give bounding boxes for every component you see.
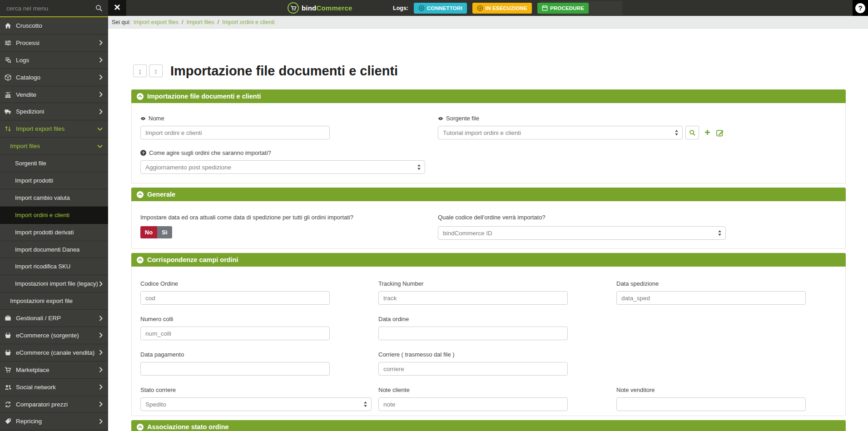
eye-icon: [438, 116, 443, 121]
select-arrows-icon: [675, 129, 679, 136]
cart-icon: [5, 367, 12, 373]
come-agire-select[interactable]: Aggiornamento post spedizione: [140, 160, 425, 174]
circle-arrow-icon: [418, 5, 425, 11]
users-icon: [5, 384, 12, 391]
note-cliente-input[interactable]: [378, 397, 568, 411]
sidebar-item-import-cambio-valuta[interactable]: Import cambio valuta: [0, 189, 108, 207]
sidebar-item-spedizioni[interactable]: Spedizioni: [0, 103, 108, 120]
sidebar-item-label: Marketplace: [16, 367, 50, 373]
title-row: ↨ ↕ Importazione file documenti e client…: [133, 64, 846, 78]
panel-associazione-header[interactable]: Associazione stato ordine: [131, 420, 846, 431]
sidebar-item-impostazioni-import-file-legacy[interactable]: Impostazioni import file (legacy): [0, 275, 108, 292]
numero-colli-input[interactable]: [140, 327, 330, 340]
panel-corrispondenze-header[interactable]: Corrispondenze campi ordini: [131, 253, 846, 267]
sidebar-item-label: Repricing: [16, 418, 42, 425]
note-venditore-label: Note venditore: [616, 386, 806, 393]
chevron-right-icon: [99, 109, 103, 114]
chevron-right-icon: [99, 401, 103, 407]
circle-arrow-icon: [477, 5, 483, 11]
add-sorgente-button[interactable]: +: [704, 126, 710, 139]
note-venditore-input[interactable]: [616, 397, 806, 411]
sidebar-item-catalogo[interactable]: Catalogo: [0, 69, 108, 86]
sidebar-item-import-documenti-danea[interactable]: Import documenti Danea: [0, 241, 108, 258]
menu-search-input[interactable]: [5, 5, 95, 12]
data-pagamento-input[interactable]: [140, 362, 330, 376]
erp-icon: [5, 315, 12, 322]
sidebar-item-impostazioni-export-file[interactable]: Impostazioni export file: [0, 292, 108, 310]
sidebar-menu: Cruscotto Processi Logs Catalogo Vendite…: [0, 17, 108, 430]
panel-generale-header[interactable]: Generale: [131, 188, 846, 201]
sidebar-item-label: Vendite: [16, 91, 36, 98]
breadcrumb-link-import-ordini-e-clienti[interactable]: Import ordini e clienti: [222, 19, 274, 25]
select-arrows-icon: [417, 164, 421, 170]
sidebar-item-label: eCommerce (sorgente): [16, 332, 79, 339]
note-cliente-label: Note cliente: [378, 386, 568, 393]
sidebar-item-import-prodotti-derivati[interactable]: Import prodotti derivati: [0, 224, 108, 241]
sidebar-item-gestionali-erp[interactable]: Gestionali / ERP: [0, 310, 108, 327]
chevron-right-icon: [99, 419, 103, 424]
edit-icon: [716, 129, 724, 137]
tracking-number-input[interactable]: [378, 291, 568, 305]
sidebar-item-logs[interactable]: Logs: [0, 52, 108, 69]
sidebar-item-import-prodotti[interactable]: Import prodotti: [0, 172, 108, 189]
close-menu-button[interactable]: ×: [108, 0, 126, 16]
plus-icon: +: [704, 127, 710, 139]
sidebar-item-social-network[interactable]: Social network: [0, 379, 108, 396]
sidebar-item-vendite[interactable]: Vendite: [0, 86, 108, 104]
panel-generale: Generale Impostare data ed ora attuali c…: [131, 188, 846, 249]
sidebar-item-comparatori-prezzi[interactable]: Comparatori prezzi: [0, 396, 108, 413]
sidebar-item-label: Impostazioni import file (legacy): [15, 280, 98, 287]
expand-all-button[interactable]: ↕: [149, 64, 163, 77]
sidebar-item-repricing[interactable]: Repricing: [0, 413, 108, 430]
sidebar-item-import-files[interactable]: Import files: [0, 138, 108, 155]
codice-ordine-select[interactable]: bindCommerce ID: [438, 226, 726, 240]
sidebar-item-sorgenti-file[interactable]: Sorgenti file: [0, 155, 108, 172]
corriere-input[interactable]: [378, 362, 568, 376]
no-button[interactable]: No: [140, 226, 157, 238]
sidebar-item-import-export-files[interactable]: Import export files: [0, 120, 108, 138]
sidebar-item-import-ricodifica-sku[interactable]: Import ricodifica SKU: [0, 258, 108, 275]
data-spedizione-input[interactable]: [616, 291, 806, 305]
breadcrumb-separator: /: [182, 19, 183, 25]
home-icon: [5, 22, 12, 29]
search-icon[interactable]: [95, 5, 103, 12]
nome-input[interactable]: [140, 126, 330, 139]
sidebar-item-label: Comparatori prezzi: [16, 401, 68, 408]
procedure-button[interactable]: PROCEDURE: [537, 3, 589, 14]
chevron-up-circle-icon: [137, 257, 144, 263]
tracking-number-label: Tracking Number: [378, 280, 568, 287]
logs-icon: [5, 57, 12, 64]
collapse-all-button[interactable]: ↨: [133, 64, 147, 77]
sorgente-select[interactable]: Tutorial import ordini e clienti: [438, 126, 683, 139]
si-button[interactable]: Sì: [157, 226, 172, 238]
brand-logo[interactable]: bindCommerce: [288, 0, 352, 16]
breadcrumb-link-import-files[interactable]: Import files: [187, 19, 214, 25]
menu-search[interactable]: [0, 0, 108, 17]
stato-corriere-select[interactable]: Spedito: [140, 397, 372, 411]
sidebar-item-marketplace[interactable]: Marketplace: [0, 362, 108, 379]
chevron-up-circle-icon: [137, 424, 144, 431]
edit-sorgente-button[interactable]: [716, 126, 724, 139]
sidebar-item-ecommerce-sorgente[interactable]: eCommerce (sorgente): [0, 327, 108, 344]
question-circle-icon: ?: [140, 150, 146, 156]
section-title: Corrispondenze campi ordini: [147, 256, 238, 263]
connettori-button[interactable]: CONNETTORI: [414, 3, 467, 14]
chevron-down-icon: [97, 144, 103, 148]
sidebar-item-cruscotto[interactable]: Cruscotto: [0, 17, 108, 35]
sidebar-item-import-ordini-e-clienti[interactable]: Import ordini e clienti: [0, 207, 108, 224]
breadcrumb-link-import-export-files[interactable]: Import export files: [134, 19, 179, 25]
sidebar-item-label: Import export files: [16, 125, 64, 132]
in-esecuzione-button[interactable]: IN ESECUZIONE: [472, 3, 532, 14]
sidebar-item-processi[interactable]: Processi: [0, 35, 108, 52]
chevron-right-icon: [99, 316, 103, 321]
search-sorgente-button[interactable]: [685, 126, 699, 139]
data-ordine-input[interactable]: [378, 327, 568, 340]
expand-all-icon: ↕: [154, 67, 158, 75]
panel-importazione-header[interactable]: Importazione file documenti e clienti: [131, 89, 846, 103]
catalog-icon: [5, 74, 12, 81]
codice-ordine-input[interactable]: [140, 291, 330, 305]
help-button[interactable]: ?: [853, 0, 868, 16]
sidebar-item-label: Spedizioni: [16, 108, 44, 115]
sidebar-item-ecommerce-canale-vendita[interactable]: eCommerce (canale vendita): [0, 344, 108, 362]
chevron-up-circle-icon: [137, 93, 144, 100]
